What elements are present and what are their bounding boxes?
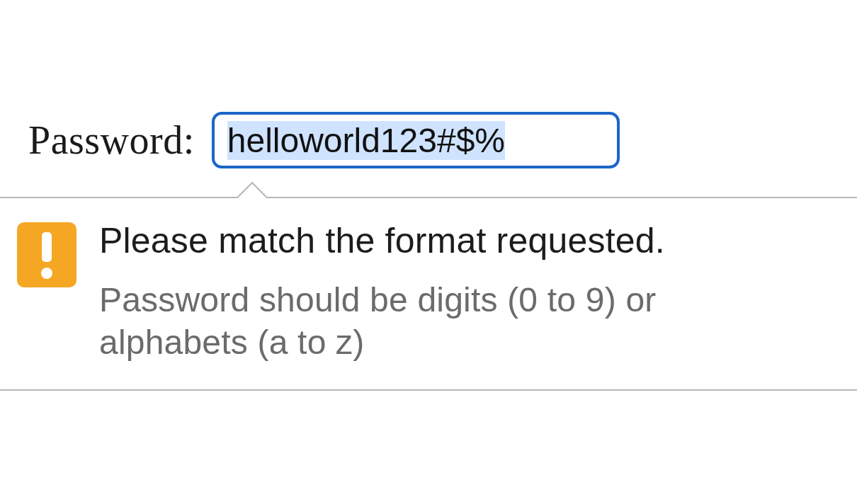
warning-icon: [17, 222, 76, 287]
svg-point-1: [41, 268, 52, 279]
password-input[interactable]: [212, 112, 620, 168]
validation-text: Please match the format requested. Passw…: [99, 219, 836, 364]
svg-rect-0: [42, 232, 52, 262]
validation-tooltip: Please match the format requested. Passw…: [0, 197, 857, 391]
validation-title: Please match the format requested.: [99, 219, 836, 262]
page-root: Password: Please match the format reques…: [0, 0, 857, 504]
password-label: Password:: [28, 118, 195, 163]
tooltip-arrow: [237, 182, 267, 212]
password-input-wrap: [212, 112, 620, 168]
validation-description: Password should be digits (0 to 9) or al…: [99, 279, 793, 364]
password-field-row: Password:: [28, 112, 620, 168]
